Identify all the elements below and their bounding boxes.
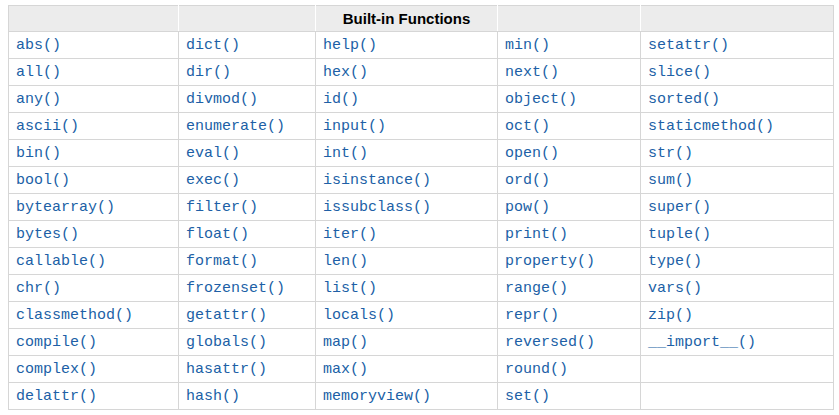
function-link[interactable]: sorted() xyxy=(648,91,720,108)
function-link[interactable]: any() xyxy=(16,91,61,108)
table-cell: hasattr() xyxy=(179,356,316,383)
function-link[interactable]: iter() xyxy=(323,226,377,243)
table-cell: exec() xyxy=(179,167,316,194)
function-link[interactable]: id() xyxy=(323,91,359,108)
function-link[interactable]: oct() xyxy=(505,118,550,135)
table-cell: property() xyxy=(498,248,641,275)
function-link[interactable]: help() xyxy=(323,37,377,54)
function-link[interactable]: tuple() xyxy=(648,226,711,243)
table-cell: frozenset() xyxy=(179,275,316,302)
table-row: callable()format()len()property()type() xyxy=(9,248,834,275)
function-link[interactable]: int() xyxy=(323,145,368,162)
table-cell: classmethod() xyxy=(9,302,179,329)
function-link[interactable]: locals() xyxy=(323,307,395,324)
function-link[interactable]: memoryview() xyxy=(323,388,431,405)
function-link[interactable]: chr() xyxy=(16,280,61,297)
function-link[interactable]: staticmethod() xyxy=(648,118,774,135)
function-link[interactable]: property() xyxy=(505,253,595,270)
function-link[interactable]: len() xyxy=(323,253,368,270)
function-link[interactable]: callable() xyxy=(16,253,106,270)
table-cell: complex() xyxy=(9,356,179,383)
table-cell: sum() xyxy=(641,167,834,194)
function-link[interactable]: reversed() xyxy=(505,334,595,351)
function-link[interactable]: exec() xyxy=(186,172,240,189)
function-link[interactable]: next() xyxy=(505,64,559,81)
function-link[interactable]: frozenset() xyxy=(186,280,285,297)
function-link[interactable]: __import__() xyxy=(648,334,756,351)
table-cell: vars() xyxy=(641,275,834,302)
function-link[interactable]: all() xyxy=(16,64,61,81)
function-link[interactable]: super() xyxy=(648,199,711,216)
function-link[interactable]: issubclass() xyxy=(323,199,431,216)
function-link[interactable]: set() xyxy=(505,388,550,405)
function-link[interactable]: str() xyxy=(648,145,693,162)
function-link[interactable]: hash() xyxy=(186,388,240,405)
table-row: all()dir()hex()next()slice() xyxy=(9,59,834,86)
function-link[interactable]: delattr() xyxy=(16,388,97,405)
table-cell: format() xyxy=(179,248,316,275)
table-body: abs()dict()help()min()setattr()all()dir(… xyxy=(9,32,834,410)
table-cell: bytes() xyxy=(9,221,179,248)
function-link[interactable]: complex() xyxy=(16,361,97,378)
function-link[interactable]: compile() xyxy=(16,334,97,351)
function-link[interactable]: classmethod() xyxy=(16,307,133,324)
function-link[interactable]: enumerate() xyxy=(186,118,285,135)
function-link[interactable]: filter() xyxy=(186,199,258,216)
function-link[interactable]: zip() xyxy=(648,307,693,324)
function-link[interactable]: repr() xyxy=(505,307,559,324)
table-cell: tuple() xyxy=(641,221,834,248)
function-link[interactable]: setattr() xyxy=(648,37,729,54)
function-link[interactable]: list() xyxy=(323,280,377,297)
function-link[interactable]: slice() xyxy=(648,64,711,81)
table-cell: hex() xyxy=(316,59,498,86)
function-link[interactable]: print() xyxy=(505,226,568,243)
table-cell: round() xyxy=(498,356,641,383)
table-cell: setattr() xyxy=(641,32,834,59)
function-link[interactable]: range() xyxy=(505,280,568,297)
table-cell: iter() xyxy=(316,221,498,248)
function-link[interactable]: min() xyxy=(505,37,550,54)
function-link[interactable]: float() xyxy=(186,226,249,243)
function-link[interactable]: divmod() xyxy=(186,91,258,108)
table-cell: enumerate() xyxy=(179,113,316,140)
function-link[interactable]: dict() xyxy=(186,37,240,54)
function-link[interactable]: round() xyxy=(505,361,568,378)
function-link[interactable]: map() xyxy=(323,334,368,351)
table-cell: getattr() xyxy=(179,302,316,329)
table-row: bool()exec()isinstance()ord()sum() xyxy=(9,167,834,194)
function-link[interactable]: hex() xyxy=(323,64,368,81)
function-link[interactable]: open() xyxy=(505,145,559,162)
header-cell-empty-4 xyxy=(498,6,641,32)
function-link[interactable]: max() xyxy=(323,361,368,378)
table-row: chr()frozenset()list()range()vars() xyxy=(9,275,834,302)
function-link[interactable]: sum() xyxy=(648,172,693,189)
table-title: Built-in Functions xyxy=(316,6,498,32)
function-link[interactable]: type() xyxy=(648,253,702,270)
function-link[interactable]: object() xyxy=(505,91,577,108)
function-link[interactable]: getattr() xyxy=(186,307,267,324)
function-link[interactable]: eval() xyxy=(186,145,240,162)
table-cell: __import__() xyxy=(641,329,834,356)
function-link[interactable]: bool() xyxy=(16,172,70,189)
table-cell: callable() xyxy=(9,248,179,275)
table-row: compile()globals()map()reversed()__impor… xyxy=(9,329,834,356)
function-link[interactable]: bytearray() xyxy=(16,199,115,216)
function-link[interactable]: input() xyxy=(323,118,386,135)
table-cell: id() xyxy=(316,86,498,113)
function-link[interactable]: bin() xyxy=(16,145,61,162)
table-cell: print() xyxy=(498,221,641,248)
function-link[interactable]: hasattr() xyxy=(186,361,267,378)
table-cell: pow() xyxy=(498,194,641,221)
function-link[interactable]: dir() xyxy=(186,64,231,81)
function-link[interactable]: pow() xyxy=(505,199,550,216)
function-link[interactable]: ord() xyxy=(505,172,550,189)
function-link[interactable]: abs() xyxy=(16,37,61,54)
header-cell-empty-5 xyxy=(641,6,834,32)
function-link[interactable]: globals() xyxy=(186,334,267,351)
function-link[interactable]: ascii() xyxy=(16,118,79,135)
function-link[interactable]: bytes() xyxy=(16,226,79,243)
function-link[interactable]: format() xyxy=(186,253,258,270)
table-row: bytes()float()iter()print()tuple() xyxy=(9,221,834,248)
function-link[interactable]: isinstance() xyxy=(323,172,431,189)
function-link[interactable]: vars() xyxy=(648,280,702,297)
